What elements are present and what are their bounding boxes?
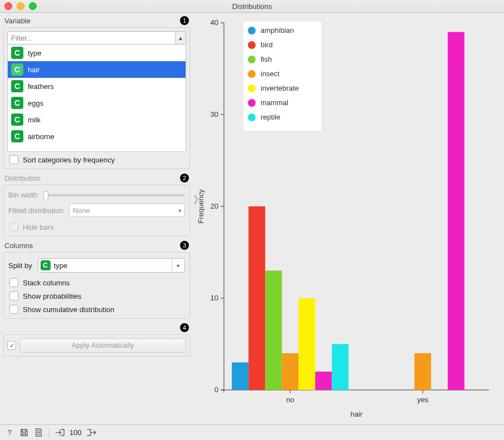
legend-label: invertebrate xyxy=(261,84,299,92)
divider xyxy=(49,428,49,438)
columns-label: Columns xyxy=(4,241,33,250)
input-icon[interactable] xyxy=(55,428,65,438)
variable-panel: ▲ CtypeChairCfeathersCeggsCmilkCairborne… xyxy=(3,27,190,169)
prob-checkbox[interactable] xyxy=(9,291,18,300)
bar xyxy=(298,298,315,390)
apply-button[interactable]: Apply Automatically xyxy=(19,338,186,353)
y-tick: 30 xyxy=(211,110,218,118)
split-row: Split by C type ▾ xyxy=(7,256,186,275)
legend-swatch xyxy=(248,27,256,34)
distribution-label: Distribution xyxy=(4,174,41,182)
bar xyxy=(448,32,465,390)
variable-list[interactable]: CtypeChairCfeathersCeggsCmilkCairborne xyxy=(7,45,186,152)
list-item[interactable]: Cmilk xyxy=(8,111,186,128)
legend-swatch xyxy=(248,113,256,121)
stack-label: Stack columns xyxy=(23,279,70,287)
bar xyxy=(265,271,282,390)
legend-label: bird xyxy=(261,41,273,49)
stack-checkbox[interactable] xyxy=(9,278,18,287)
list-item-label: hair xyxy=(28,66,40,74)
scroll-up-icon[interactable]: ▲ xyxy=(175,32,186,44)
legend-swatch xyxy=(248,70,256,78)
y-tick: 0 xyxy=(214,385,218,394)
distribution-panel: Bin width Fitted distribution None ▾ Hid… xyxy=(3,185,190,236)
prob-row[interactable]: Show probabilities xyxy=(7,288,186,301)
apply-panel: Apply Automatically xyxy=(3,334,190,357)
svg-rect-9 xyxy=(243,22,321,131)
help-icon[interactable]: ? xyxy=(4,428,14,438)
hide-bars-label: Hide bars xyxy=(23,223,54,231)
columns-header: Columns 3 xyxy=(4,241,189,250)
bar xyxy=(248,206,265,390)
y-axis-label: Frequency xyxy=(197,189,205,224)
bar xyxy=(415,353,431,390)
legend-label: amphibian xyxy=(261,26,294,34)
list-item[interactable]: Cairborne xyxy=(8,128,186,145)
x-axis-label: hair xyxy=(351,410,363,418)
filter-input[interactable] xyxy=(8,32,175,44)
bin-width-label: Bin width xyxy=(8,191,38,199)
slider-thumb[interactable] xyxy=(43,191,48,200)
legend-label: fish xyxy=(261,55,272,63)
bin-width-slider[interactable] xyxy=(43,194,185,196)
fitted-select[interactable]: None ▾ xyxy=(69,204,185,217)
categorical-icon: C xyxy=(41,260,51,270)
statusbar: ? 100 xyxy=(0,424,504,440)
save-icon[interactable] xyxy=(19,428,29,438)
output-icon[interactable] xyxy=(86,428,96,438)
sort-checkbox-row[interactable]: Sort categories by frequency xyxy=(7,152,186,165)
categorical-icon: C xyxy=(11,113,23,126)
chart-area: 010203040Frequencynoyeshairamphibianbird… xyxy=(193,13,504,424)
bin-width-row: Bin width xyxy=(7,189,186,201)
fitted-label: Fitted distribution xyxy=(8,206,63,215)
list-item[interactable]: Chair xyxy=(8,61,186,78)
categorical-icon: C xyxy=(11,47,23,59)
list-item[interactable]: Ctype xyxy=(8,45,186,61)
row-count: 100 xyxy=(69,428,82,437)
bar xyxy=(332,344,348,390)
cum-row[interactable]: Show cumulative distribution xyxy=(7,301,186,315)
prob-label: Show probabilities xyxy=(23,292,82,300)
minimize-icon[interactable] xyxy=(17,2,24,10)
bar xyxy=(232,363,248,390)
categorical-icon: C xyxy=(11,80,23,92)
categorical-icon: C xyxy=(11,130,23,142)
chevron-down-icon: ▾ xyxy=(178,207,181,214)
columns-panel: Split by C type ▾ Stack columns Show pro… xyxy=(3,252,190,319)
y-tick: 40 xyxy=(211,18,218,27)
split-select[interactable]: C type ▾ xyxy=(38,258,185,273)
close-icon[interactable] xyxy=(4,2,12,10)
y-tick: 10 xyxy=(211,294,218,302)
bar xyxy=(315,372,332,390)
cum-checkbox[interactable] xyxy=(9,305,18,314)
auto-apply-checkbox[interactable] xyxy=(7,341,16,350)
list-item-label: eggs xyxy=(28,99,43,107)
maximize-icon[interactable] xyxy=(29,2,37,10)
hide-bars-row: Hide bars xyxy=(7,219,186,233)
frequency-chart: 010203040Frequencynoyeshairamphibianbird… xyxy=(193,13,500,424)
legend: amphibianbirdfishinsectinvertebratemamma… xyxy=(243,22,321,131)
legend-swatch xyxy=(248,99,256,107)
titlebar: Distributions xyxy=(0,0,504,13)
sort-checkbox[interactable] xyxy=(9,155,18,164)
fitted-value: None xyxy=(73,206,90,215)
filter-field[interactable]: ▲ xyxy=(7,31,186,45)
list-item[interactable]: Cfeathers xyxy=(8,78,186,95)
legend-label: insect xyxy=(261,70,280,78)
legend-swatch xyxy=(248,56,256,63)
apply-header: 4 xyxy=(4,323,189,332)
sort-label: Sort categories by frequency xyxy=(23,156,114,164)
sidebar: Variable 1 ▲ CtypeChairCfeathersCeggsCmi… xyxy=(0,13,193,424)
x-tick: no xyxy=(286,395,294,404)
categorical-icon: C xyxy=(11,63,23,76)
hide-bars-checkbox xyxy=(9,223,18,231)
list-item[interactable]: Ceggs xyxy=(8,95,186,111)
legend-swatch xyxy=(248,85,256,92)
variable-header: Variable 1 xyxy=(4,16,189,25)
report-icon[interactable] xyxy=(33,428,43,438)
window-controls xyxy=(4,2,37,10)
legend-label: reptile xyxy=(261,113,280,121)
columns-badge: 3 xyxy=(180,241,189,250)
stack-row[interactable]: Stack columns xyxy=(7,275,186,288)
split-label: Split by xyxy=(8,261,32,270)
